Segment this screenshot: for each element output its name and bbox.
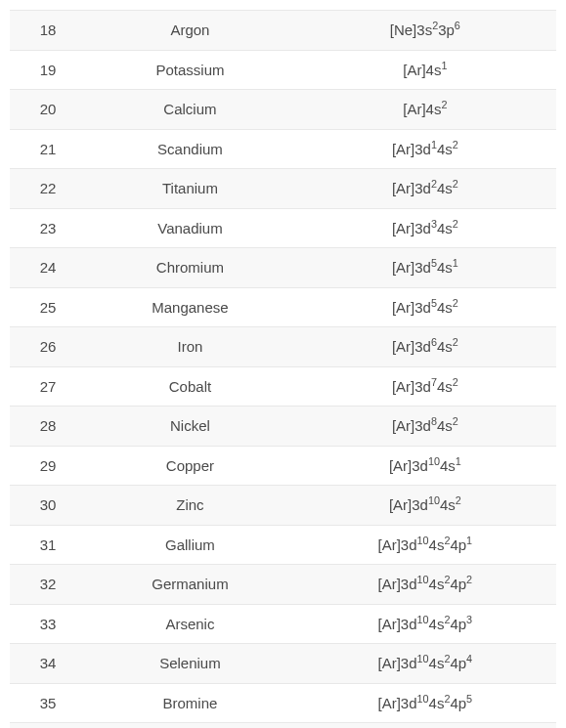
atomic-number-cell: 19 bbox=[10, 50, 86, 90]
table-row: 34Selenium[Ar]3d104s24p4 bbox=[10, 644, 556, 684]
electron-config-cell: [Ar]3d104s24p1 bbox=[294, 525, 556, 565]
element-name-cell: Iron bbox=[86, 327, 293, 367]
table-row: 31Gallium[Ar]3d104s24p1 bbox=[10, 525, 556, 565]
table-row: 25Manganese[Ar]3d54s2 bbox=[10, 287, 556, 327]
electron-config-cell: [Ar]3d54s1 bbox=[294, 248, 556, 288]
superscript: 10 bbox=[417, 614, 429, 625]
table-row: 35Bromine[Ar]3d104s24p5 bbox=[10, 683, 556, 723]
superscript: 4 bbox=[466, 653, 472, 664]
atomic-number-cell: 25 bbox=[10, 287, 86, 327]
electron-config-cell: [Ar]4s2 bbox=[294, 90, 556, 130]
superscript: 2 bbox=[432, 20, 438, 31]
superscript: 2 bbox=[453, 218, 458, 230]
element-name-cell: Scandium bbox=[86, 129, 293, 169]
atomic-number-cell: 34 bbox=[10, 644, 86, 684]
atomic-number-cell: 24 bbox=[10, 248, 86, 288]
element-name-cell: Cobalt bbox=[86, 366, 293, 407]
element-name-cell: Nickel bbox=[86, 407, 293, 447]
superscript: 2 bbox=[444, 614, 450, 625]
element-name-cell: Krypton bbox=[86, 723, 293, 729]
superscript: 2 bbox=[431, 178, 437, 190]
table-row: 22Titanium[Ar]3d24s2 bbox=[10, 169, 556, 209]
table-row: 33Arsenic[Ar]3d104s24p3 bbox=[10, 604, 556, 644]
superscript: 3 bbox=[431, 218, 437, 230]
atomic-number-cell: 29 bbox=[10, 446, 86, 486]
superscript: 2 bbox=[453, 336, 458, 348]
superscript: 2 bbox=[466, 574, 472, 585]
electron-config-cell: [Ar]3d84s2 bbox=[294, 407, 556, 447]
table-row: 23Vanadium[Ar]3d34s2 bbox=[10, 208, 556, 248]
atomic-number-cell: 22 bbox=[10, 169, 86, 209]
element-name-cell: Selenium bbox=[86, 644, 293, 684]
table-row: 28Nickel[Ar]3d84s2 bbox=[10, 407, 556, 447]
electron-config-cell: [Ar]3d104s24p6 bbox=[294, 723, 556, 729]
superscript: 2 bbox=[453, 178, 458, 190]
electron-config-cell: [Ar]3d14s2 bbox=[294, 129, 556, 169]
table-row: 21Scandium[Ar]3d14s2 bbox=[10, 129, 556, 169]
element-name-cell: Calcium bbox=[86, 90, 293, 130]
atomic-number-cell: 26 bbox=[10, 327, 86, 367]
electron-config-table: 18Argon[Ne]3s23p619Potassium[Ar]4s120Cal… bbox=[10, 10, 556, 728]
element-name-cell: Vanadium bbox=[86, 208, 293, 248]
element-name-cell: Chromium bbox=[86, 248, 293, 288]
superscript: 2 bbox=[444, 653, 450, 664]
table-row: 18Argon[Ne]3s23p6 bbox=[10, 11, 556, 51]
element-name-cell: Argon bbox=[86, 11, 293, 51]
electron-config-cell: [Ar]3d104s24p2 bbox=[294, 565, 556, 605]
electron-config-cell: [Ar]3d24s2 bbox=[294, 169, 556, 209]
superscript: 2 bbox=[453, 297, 458, 309]
superscript: 1 bbox=[466, 535, 472, 546]
atomic-number-cell: 31 bbox=[10, 525, 86, 565]
element-name-cell: Bromine bbox=[86, 683, 293, 723]
element-name-cell: Potassium bbox=[86, 50, 293, 90]
electron-config-cell: [Ne]3s23p6 bbox=[294, 11, 556, 51]
atomic-number-cell: 18 bbox=[10, 11, 86, 51]
table-row: 32Germanium[Ar]3d104s24p2 bbox=[10, 565, 556, 605]
electron-config-cell: [Ar]3d54s2 bbox=[294, 287, 556, 327]
atomic-number-cell: 20 bbox=[10, 90, 86, 130]
element-name-cell: Germanium bbox=[86, 565, 293, 605]
superscript: 7 bbox=[431, 376, 437, 388]
electron-config-cell: [Ar]3d104s24p5 bbox=[294, 683, 556, 723]
superscript: 6 bbox=[455, 20, 460, 31]
atomic-number-cell: 32 bbox=[10, 565, 86, 605]
superscript: 2 bbox=[444, 574, 450, 585]
superscript: 10 bbox=[428, 494, 440, 506]
superscript: 1 bbox=[431, 139, 437, 150]
superscript: 2 bbox=[453, 415, 458, 427]
element-name-cell: Gallium bbox=[86, 525, 293, 565]
superscript: 6 bbox=[431, 336, 437, 348]
atomic-number-cell: 28 bbox=[10, 407, 86, 447]
superscript: 10 bbox=[417, 574, 429, 585]
superscript: 1 bbox=[456, 455, 461, 467]
superscript: 2 bbox=[453, 376, 458, 388]
table-row: 26Iron[Ar]3d64s2 bbox=[10, 327, 556, 367]
electron-config-cell: [Ar]3d104s2 bbox=[294, 486, 556, 526]
atomic-number-cell: 33 bbox=[10, 604, 86, 644]
superscript: 8 bbox=[431, 415, 437, 427]
atomic-number-cell: 30 bbox=[10, 486, 86, 526]
superscript: 1 bbox=[441, 60, 447, 71]
electron-config-cell: [Ar]4s1 bbox=[294, 50, 556, 90]
table-row: 29Copper[Ar]3d104s1 bbox=[10, 446, 556, 486]
electron-config-cell: [Ar]3d64s2 bbox=[294, 327, 556, 367]
element-name-cell: Zinc bbox=[86, 486, 293, 526]
superscript: 5 bbox=[466, 693, 472, 705]
electron-config-cell: [Ar]3d74s2 bbox=[294, 366, 556, 407]
superscript: 2 bbox=[453, 139, 458, 150]
element-name-cell: Copper bbox=[86, 446, 293, 486]
table-row: 19Potassium[Ar]4s1 bbox=[10, 50, 556, 90]
table-row: 24Chromium[Ar]3d54s1 bbox=[10, 248, 556, 288]
atomic-number-cell: 21 bbox=[10, 129, 86, 169]
electron-config-cell: [Ar]3d104s24p3 bbox=[294, 604, 556, 644]
electron-config-cell: [Ar]3d104s1 bbox=[294, 446, 556, 486]
table-row: 36Krypton[Ar]3d104s24p6 bbox=[10, 723, 556, 729]
superscript: 2 bbox=[444, 535, 450, 546]
table-row: 27Cobalt[Ar]3d74s2 bbox=[10, 366, 556, 407]
superscript: 10 bbox=[417, 653, 429, 664]
element-name-cell: Titanium bbox=[86, 169, 293, 209]
superscript: 1 bbox=[453, 257, 458, 269]
superscript: 2 bbox=[456, 494, 461, 506]
table-body: 18Argon[Ne]3s23p619Potassium[Ar]4s120Cal… bbox=[10, 11, 556, 729]
electron-config-cell: [Ar]3d104s24p4 bbox=[294, 644, 556, 684]
